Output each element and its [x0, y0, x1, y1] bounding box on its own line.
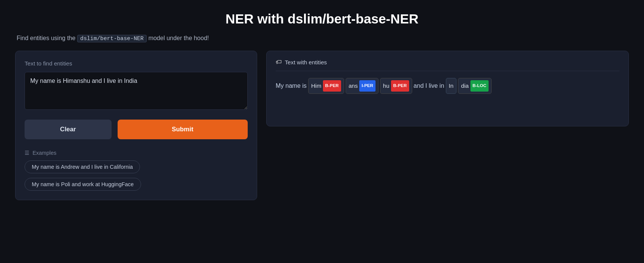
- page-title: NER with dslim/bert-base-NER: [15, 11, 629, 26]
- examples-icon: ☰: [25, 150, 29, 156]
- entity-token-in: In: [446, 78, 457, 94]
- button-row: Clear Submit: [25, 120, 248, 139]
- input-panel-label: Text to find entities: [25, 60, 248, 67]
- model-name-code: dslim/bert-base-NER: [77, 35, 147, 42]
- plain-text-2: and I live in: [414, 79, 444, 93]
- token-text-him: Him: [311, 79, 321, 93]
- entity-text-display: My name is Him B-PER ans I-PER hu B-PER …: [276, 78, 619, 94]
- tag-hu: B-PER: [391, 80, 409, 92]
- right-panel-title: Text with entities: [285, 59, 327, 65]
- token-text-dia: dia: [461, 79, 469, 93]
- text-input[interactable]: [25, 72, 248, 110]
- examples-header: ☰ Examples: [25, 150, 248, 156]
- right-panel: 🏷 Text with entities My name is Him B-PE…: [266, 51, 629, 126]
- entity-token-ans: ans I-PER: [346, 78, 379, 94]
- token-text-in: In: [449, 79, 454, 93]
- submit-button[interactable]: Submit: [118, 120, 248, 139]
- left-panel: Text to find entities Clear Submit ☰ Exa…: [15, 51, 257, 200]
- token-text-hu: hu: [383, 79, 390, 93]
- entity-token-him: Him B-PER: [308, 78, 344, 94]
- subtitle-prefix: Find entities using the: [17, 35, 76, 41]
- clear-button[interactable]: Clear: [25, 120, 112, 139]
- page-subtitle: Find entities using the dslim/bert-base-…: [15, 35, 629, 42]
- main-layout: Text to find entities Clear Submit ☰ Exa…: [15, 51, 629, 200]
- token-text-ans: ans: [349, 79, 358, 93]
- tag-ans: I-PER: [359, 80, 376, 92]
- entity-token-hu: hu B-PER: [380, 78, 412, 94]
- examples-section: ☰ Examples My name is Andrew and I live …: [25, 150, 248, 191]
- right-panel-icon: 🏷: [276, 59, 282, 65]
- tag-dia: B-LOC: [470, 80, 489, 92]
- right-panel-header: 🏷 Text with entities: [276, 59, 619, 71]
- examples-list: My name is Andrew and I live in Californ…: [25, 160, 248, 191]
- example-chip-1[interactable]: My name is Andrew and I live in Californ…: [25, 160, 140, 173]
- entity-token-dia: dia B-LOC: [458, 78, 492, 94]
- example-chip-2[interactable]: My name is Poli and work at HuggingFace: [25, 178, 141, 191]
- tag-him: B-PER: [323, 80, 341, 92]
- subtitle-suffix: model under the hood!: [148, 35, 209, 41]
- plain-text-1: My name is: [276, 79, 307, 93]
- examples-label: Examples: [33, 150, 56, 156]
